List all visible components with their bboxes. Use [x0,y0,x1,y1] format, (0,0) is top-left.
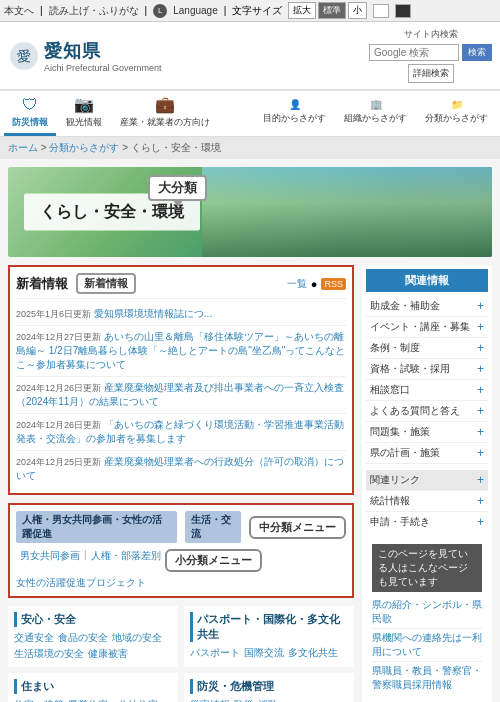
right-nav-group: 👤 目的からさがす 🏢 組織からさがす 📁 分類からさがす [255,91,496,136]
cat-link[interactable]: 地域の安全 [112,631,162,645]
sub-category-annotation: 小分類メニュー [165,549,262,572]
category-block-bousai: 防災・危機管理 災害情報 防災 消防 危機管理・国民保護 [184,673,354,702]
related-item-label: よくある質問と答え [370,404,460,418]
plus-icon: + [477,494,484,508]
nav-item-bunrui[interactable]: 📁 分類からさがす [417,91,496,136]
category-block-anshin: 安心・安全 交通安全 食品の安全 地域の安全 生活環境の安全 健康被害 [8,606,178,667]
nav-item-soshiki[interactable]: 🏢 組織からさがす [336,91,415,136]
news-item: 2024年12月27日更新 あいちの山里＆離島「移住体験ツアー」～あいちの離島編… [16,326,346,377]
nav-label-mokuteki: 目的からさがす [263,112,326,125]
subcategory-jinken[interactable]: 人権・部落差別 [91,549,161,572]
nav-item-shigoto[interactable]: 💼 産業・就業者の方向け [112,91,218,136]
breadcrumb-bunrui[interactable]: 分類からさがす [49,142,119,153]
related-item-soudan[interactable]: 相談窓口 + [366,380,488,401]
related-item-toukei[interactable]: 統計情報 + [366,491,488,512]
nav-item-mokuteki[interactable]: 👤 目的からさがす [255,91,334,136]
search-input[interactable] [369,44,459,61]
top-toolbar: 本文へ | 読み上げ・ふりがな | L Language | 文字サイズ 拡大 … [0,0,500,22]
related-item-event[interactable]: イベント・講座・募集 + [366,317,488,338]
related-section: 関連情報 助成金・補助金 + イベント・講座・募集 + 条例・制度 + 資格・試… [362,265,492,702]
subcategory-danjo[interactable]: 男女共同参画 [20,549,80,572]
related-item-shinsei[interactable]: 申請・手続き + [366,512,488,532]
related-item-label: 統計情報 [370,494,410,508]
plus-icon: + [477,404,484,418]
hero-section: くらし・安全・環境 大分類 [8,167,492,257]
font-size-controls: 拡大 標準 小 [288,2,367,19]
news-date: 2024年12月26日更新 [16,383,101,393]
plus-icon: + [477,341,484,355]
subcategory-josei[interactable]: 女性の活躍促進プロジェクト [16,577,146,588]
cat-link[interactable]: 食品の安全 [58,631,108,645]
cat-link[interactable]: 多文化共生 [288,646,338,660]
news-header: 新着情報 新着情報 一覧 ● RSS [16,273,346,299]
category-block-title: 防災・危機管理 [190,679,348,694]
plus-icon: + [477,299,484,313]
nav-item-bousai[interactable]: 🛡 防災情報 [4,91,56,136]
font-normal-btn[interactable]: 標準 [318,2,346,19]
related-item-mondai[interactable]: 問題集・施策 + [366,422,488,443]
language-link[interactable]: Language [173,5,218,16]
cat-link[interactable]: 消防 [258,698,278,702]
cat-link[interactable]: 国際交流 [244,646,284,660]
news-annotation-text: 新着情報 [84,277,128,289]
font-small-btn[interactable]: 小 [348,2,367,19]
font-large-btn[interactable]: 拡大 [288,2,316,19]
cat-link[interactable]: 防災 [234,698,254,702]
related-item-label: 問題集・施策 [370,425,430,439]
related-item-kanren[interactable]: 関連リンク + [366,470,488,491]
category-second-label[interactable]: 生活・交流 [185,511,241,543]
separator: | [40,5,43,16]
news-ichiran-link[interactable]: 一覧 [287,277,307,291]
plus-icon: + [477,425,484,439]
related-item-shikaku[interactable]: 資格・試験・採用 + [366,359,488,380]
news-item: 2024年12月26日更新 「あいちの森と緑づくり環境活動・学習推進事業活動発表… [16,414,346,451]
site-search-area: サイト内検索 検索 詳細検索 [369,28,492,83]
viewing-item-logo[interactable]: 県の紹介・シンボル・県民歌 [372,596,482,629]
category-main-label[interactable]: 人権・男女共同参画・女性の活躍促進 [16,511,177,543]
read-aloud-link[interactable]: 読み上げ・ふりがな [49,4,139,18]
cat-link[interactable]: 県営住宅・公社住宅 [68,698,158,702]
nav-label-soshiki: 組織からさがす [344,112,407,125]
subcategory-items: 男女共同参画 | 人権・部落差別 小分類メニュー [16,549,346,576]
category-grid: 安心・安全 交通安全 食品の安全 地域の安全 生活環境の安全 健康被害 [8,606,354,702]
cat-link[interactable]: 交通安全 [14,631,54,645]
related-item-keikaku[interactable]: 県の計画・施策 + [366,443,488,464]
main-text-link[interactable]: 本文へ [4,4,34,18]
news-item: 2024年12月25日更新 産業廃棄物処理業者への行政処分（許可の取消）について [16,451,346,487]
color-white-btn[interactable] [373,4,389,18]
breadcrumb: ホーム > 分類からさがす > くらし・安全・環境 [0,137,500,159]
news-date: 2025年1月6日更新 [16,309,91,319]
category-block-sumai: 住まい 住宅・建築 県営住宅・公社住宅 [8,673,178,702]
header-logo: 愛 愛知県 Aichi Prefectural Government [8,39,162,73]
cat-link[interactable]: 災害情報 [190,698,230,702]
news-link-item[interactable]: 愛知県環境境情報誌につ... [94,308,212,319]
category-block-items: パスポート 国際交流 多文化共生 [190,646,348,660]
plus-icon: + [477,362,484,376]
nav-menu: 🛡 防災情報 📷 観光情報 💼 産業・就業者の方向け 👤 目的からさがす 🏢 組… [0,91,500,137]
cat-link[interactable]: パスポート [190,646,240,660]
main-column: 新着情報 新着情報 一覧 ● RSS 2025年1月6日更新 愛知県環境境情報誌… [8,265,354,702]
search-button[interactable]: 検索 [462,44,492,61]
color-black-btn[interactable] [395,4,411,18]
breadcrumb-home[interactable]: ホーム [8,142,38,153]
svg-text:愛: 愛 [17,48,31,64]
related-item-label: イベント・講座・募集 [370,320,470,334]
header-title-group: 愛知県 Aichi Prefectural Government [44,39,162,73]
rss-badge[interactable]: RSS [321,278,346,290]
viewing-item-saiyou[interactable]: 県職員・教員・警察官・警察職員採用情報 [372,662,482,694]
cat-link[interactable]: 住宅・建築 [14,698,64,702]
news-date: 2024年12月25日更新 [16,457,101,467]
cat-link[interactable]: 生活環境の安全 [14,647,84,661]
related-item-label: 申請・手続き [370,515,430,529]
viewing-item-renraku[interactable]: 県機関への連絡先は一利用について [372,629,482,662]
two-column-layout: 新着情報 新着情報 一覧 ● RSS 2025年1月6日更新 愛知県環境境情報誌… [8,265,492,702]
nav-item-kanko[interactable]: 📷 観光情報 [58,91,110,136]
cat-link[interactable]: 健康被害 [88,647,128,661]
related-item-jorei[interactable]: 条例・制度 + [366,338,488,359]
news-main-title: 新着情報 [16,275,68,293]
related-title: 関連情報 [366,269,488,292]
detail-search-row: 詳細検索 [408,64,454,83]
related-item-joseikin[interactable]: 助成金・補助金 + [366,296,488,317]
related-item-faq[interactable]: よくある質問と答え + [366,401,488,422]
detail-search-button[interactable]: 詳細検索 [408,64,454,83]
